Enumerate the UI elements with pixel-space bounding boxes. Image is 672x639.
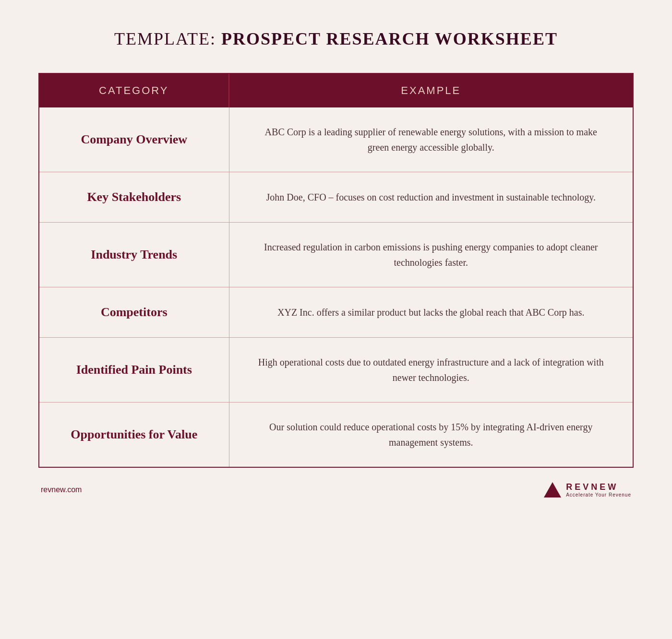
row-category-text: Opportunities for Value [71,426,197,443]
table-row: Identified Pain PointsHigh operational c… [39,337,633,402]
header-category: CATEGORY [39,74,229,107]
table-body: Company OverviewABC Corp is a leading su… [39,107,633,467]
row-category-cell: Key Stakeholders [39,172,229,222]
footer: revnew.com REVNEW Accelerate Your Revenu… [38,482,634,497]
row-category-text: Competitors [101,304,168,320]
logo-text-block: REVNEW Accelerate Your Revenue [566,482,631,497]
table-row: Key StakeholdersJohn Doe, CFO – focuses … [39,172,633,222]
row-example-text: High operational costs due to outdated e… [258,355,604,385]
row-example-cell: ABC Corp is a leading supplier of renewa… [229,107,633,172]
table-row: Opportunities for ValueOur solution coul… [39,402,633,467]
footer-logo: REVNEW Accelerate Your Revenue [544,482,631,497]
prospect-research-table: CATEGORY EXAMPLE Company OverviewABC Cor… [38,73,634,468]
header-example: EXAMPLE [229,74,633,107]
table-row: Industry TrendsIncreased regulation in c… [39,222,633,287]
row-category-text: Company Overview [81,131,187,148]
row-example-cell: Our solution could reduce operational co… [229,402,633,467]
row-example-cell: XYZ Inc. offers a similar product but la… [229,287,633,337]
footer-url: revnew.com [41,485,82,494]
row-example-text: Our solution could reduce operational co… [258,419,604,450]
row-category-text: Identified Pain Points [76,362,192,378]
row-category-text: Industry Trends [91,247,177,263]
logo-triangle-icon [544,482,561,497]
table-row: CompetitorsXYZ Inc. offers a similar pro… [39,287,633,337]
page-title: TEMPLATE: PROSPECT RESEARCH WORKSHEET [114,29,558,49]
logo-name: REVNEW [566,482,618,492]
table-row: Company OverviewABC Corp is a leading su… [39,107,633,172]
row-category-cell: Identified Pain Points [39,338,229,402]
row-category-cell: Competitors [39,287,229,337]
row-example-cell: High operational costs due to outdated e… [229,338,633,402]
logo-tagline: Accelerate Your Revenue [566,492,631,497]
row-example-text: XYZ Inc. offers a similar product but la… [277,305,584,320]
row-example-text: John Doe, CFO – focuses on cost reductio… [266,189,596,205]
row-category-text: Key Stakeholders [87,189,181,205]
row-example-text: Increased regulation in carbon emissions… [258,239,604,270]
row-category-cell: Company Overview [39,107,229,172]
row-example-cell: Increased regulation in carbon emissions… [229,223,633,287]
row-category-cell: Industry Trends [39,223,229,287]
row-example-cell: John Doe, CFO – focuses on cost reductio… [229,172,633,222]
row-example-text: ABC Corp is a leading supplier of renewa… [258,124,604,155]
row-category-cell: Opportunities for Value [39,402,229,467]
table-header: CATEGORY EXAMPLE [39,74,633,107]
